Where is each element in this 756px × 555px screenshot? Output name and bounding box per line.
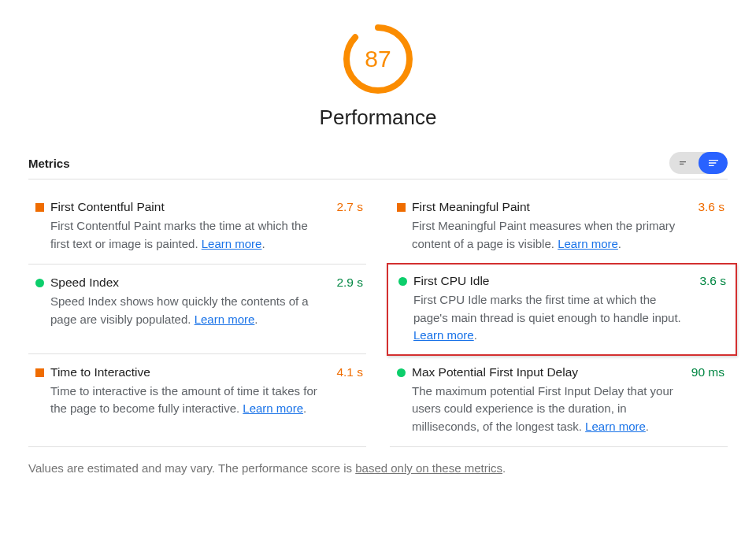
metric-body: Max Potential First Input DelayThe maxim… <box>412 365 691 436</box>
average-icon <box>390 200 412 253</box>
metric-value: 3.6 s <box>699 274 726 345</box>
detailed-view-button[interactable] <box>699 152 728 174</box>
metric-title: First Meaningful Paint <box>412 200 690 214</box>
metric-body: Time to InteractiveTime to interactive i… <box>50 365 336 436</box>
metric-card: Speed IndexSpeed Index shows how quickly… <box>28 265 366 354</box>
metric-value: 90 ms <box>691 365 724 436</box>
footnote-link[interactable]: based only on these metrics <box>355 461 502 475</box>
metric-title: First CPU Idle <box>413 274 691 288</box>
average-icon <box>28 365 50 436</box>
metric-title: Time to Interactive <box>50 365 328 379</box>
score-gauge: 87 <box>343 24 413 94</box>
metric-card: Time to InteractiveTime to interactive i… <box>28 354 366 448</box>
metric-card: First CPU IdleFirst CPU Idle marks the f… <box>387 263 737 356</box>
metric-description: Time to interactive is the amount of tim… <box>50 383 328 418</box>
metric-description: First Contentful Paint marks the time at… <box>50 217 328 253</box>
learn-more-link[interactable]: Learn more <box>413 328 474 342</box>
metric-value: 2.9 s <box>336 276 363 342</box>
metric-body: First Meaningful PaintFirst Meaningful P… <box>412 200 698 253</box>
metric-desc-text: First Contentful Paint marks the time at… <box>50 219 308 250</box>
pass-icon <box>390 365 412 436</box>
list-short-icon <box>678 157 691 169</box>
learn-more-link[interactable]: Learn more <box>585 420 646 433</box>
learn-more-link[interactable]: Learn more <box>195 313 255 326</box>
metric-desc-text: Speed Index shows how quickly the conten… <box>50 294 309 326</box>
learn-more-link[interactable]: Learn more <box>558 237 618 250</box>
metric-description: First CPU Idle marks the first time at w… <box>413 291 691 345</box>
pass-icon <box>391 274 413 345</box>
metric-card: Max Potential First Input DelayThe maxim… <box>390 354 728 448</box>
metric-value: 2.7 s <box>336 200 363 253</box>
learn-more-link[interactable]: Learn more <box>243 401 303 415</box>
average-icon <box>28 200 50 253</box>
metric-title: Speed Index <box>50 276 328 290</box>
compact-view-button[interactable] <box>669 152 699 174</box>
pass-icon <box>28 276 50 342</box>
metric-body: First CPU IdleFirst CPU Idle marks the f… <box>413 274 699 345</box>
list-detailed-icon <box>707 157 720 169</box>
metric-description: First Meaningful Paint measures when the… <box>412 217 690 253</box>
metric-body: Speed IndexSpeed Index shows how quickly… <box>50 276 336 342</box>
metrics-heading: Metrics <box>28 157 70 170</box>
footnote: Values are estimated and may vary. The p… <box>28 461 728 475</box>
metrics-header: Metrics <box>28 152 728 179</box>
metrics-grid: First Contentful PaintFirst Contentful P… <box>28 189 728 447</box>
score-value: 87 <box>343 24 413 94</box>
learn-more-link[interactable]: Learn more <box>202 237 262 250</box>
metric-value: 4.1 s <box>336 365 363 436</box>
metric-body: First Contentful PaintFirst Contentful P… <box>50 200 336 253</box>
metric-description: Speed Index shows how quickly the conten… <box>50 293 328 328</box>
performance-gauge: 87 Performance <box>28 24 728 130</box>
metric-value: 3.6 s <box>698 200 724 253</box>
view-toggle <box>669 152 728 174</box>
metric-title: Max Potential First Input Delay <box>412 365 684 379</box>
metric-card: First Contentful PaintFirst Contentful P… <box>28 189 366 265</box>
metric-description: The maximum potential First Input Delay … <box>412 383 684 436</box>
metric-desc-text: First Meaningful Paint measures when the… <box>412 219 675 250</box>
footnote-suffix: . <box>502 461 506 475</box>
gauge-label: Performance <box>320 105 437 130</box>
metric-desc-text: First CPU Idle marks the first time at w… <box>413 293 681 324</box>
metric-title: First Contentful Paint <box>50 200 328 214</box>
footnote-prefix: Values are estimated and may vary. The p… <box>28 461 355 475</box>
metric-card: First Meaningful PaintFirst Meaningful P… <box>390 189 728 265</box>
